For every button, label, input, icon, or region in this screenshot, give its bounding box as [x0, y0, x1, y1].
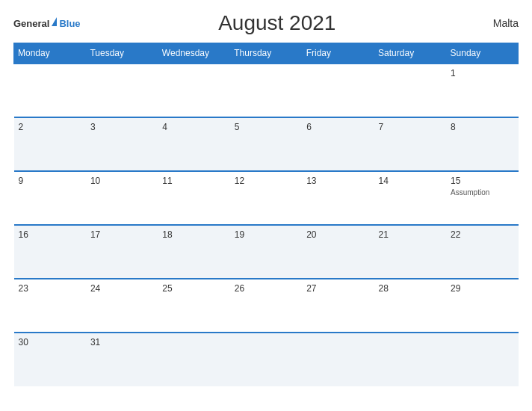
calendar-container: General Blue August 2021 Malta Monday Tu… [0, 0, 532, 411]
table-row [446, 333, 518, 386]
day-number: 24 [90, 283, 153, 294]
weekday-saturday: Saturday [374, 43, 446, 64]
table-row: 1 [446, 64, 518, 117]
table-row: 2 [14, 117, 86, 171]
calendar-table: Monday Tuesday Wednesday Thursday Friday… [13, 43, 519, 386]
day-number: 23 [19, 283, 81, 294]
table-row: 7 [374, 117, 446, 171]
day-number: 30 [19, 337, 81, 347]
table-row [230, 333, 302, 386]
day-number: 8 [451, 122, 513, 132]
table-row [302, 333, 374, 386]
logo: General Blue [13, 18, 81, 29]
day-number: 21 [379, 229, 442, 240]
table-row: 14 [374, 171, 446, 225]
table-row: 30 [14, 333, 86, 386]
day-event: Assumption [451, 188, 513, 197]
logo-blue: Blue [59, 18, 80, 29]
day-number: 6 [306, 122, 369, 132]
table-row: 16 [14, 225, 86, 279]
table-row: 31 [86, 333, 158, 386]
table-row: 29 [446, 279, 518, 333]
day-number: 12 [235, 176, 297, 186]
logo-triangle-icon [52, 17, 57, 26]
day-number: 15 [451, 176, 513, 186]
table-row: 4 [158, 117, 229, 171]
weekday-tuesday: Tuesday [86, 43, 158, 64]
day-number: 31 [90, 337, 153, 347]
calendar-row: 23242526272829 [14, 279, 519, 333]
calendar-row: 16171819202122 [14, 225, 519, 279]
table-row: 21 [374, 225, 446, 279]
table-row: 3 [86, 117, 158, 171]
table-row: 15Assumption [446, 171, 518, 225]
logo-general: General [13, 18, 49, 29]
day-number: 3 [90, 122, 153, 132]
day-number: 28 [379, 283, 442, 294]
weekday-friday: Friday [302, 43, 374, 64]
day-number: 4 [162, 122, 225, 132]
calendar-row: 2345678 [14, 117, 519, 171]
day-number: 11 [162, 176, 225, 186]
day-number: 26 [235, 283, 297, 294]
day-number: 2 [19, 122, 81, 132]
table-row [158, 64, 229, 117]
table-row: 24 [86, 279, 158, 333]
calendar-header: General Blue August 2021 Malta [13, 11, 519, 35]
weekday-monday: Monday [14, 43, 86, 64]
table-row: 6 [302, 117, 374, 171]
table-row: 13 [302, 171, 374, 225]
day-number: 19 [235, 229, 297, 240]
table-row: 11 [158, 171, 229, 225]
day-number: 16 [19, 229, 81, 240]
table-row: 22 [446, 225, 518, 279]
table-row: 10 [86, 171, 158, 225]
day-number: 17 [90, 229, 153, 240]
table-row [302, 64, 374, 117]
weekday-sunday: Sunday [446, 43, 518, 64]
day-number: 5 [235, 122, 297, 132]
day-number: 29 [451, 283, 513, 294]
calendar-row: 1 [14, 64, 519, 117]
day-number: 22 [451, 229, 513, 240]
calendar-row: 9101112131415Assumption [14, 171, 519, 225]
table-row [158, 333, 229, 386]
table-row: 28 [374, 279, 446, 333]
table-row: 20 [302, 225, 374, 279]
country-label: Malta [474, 17, 519, 29]
table-row: 27 [302, 279, 374, 333]
table-row: 19 [230, 225, 302, 279]
table-row [14, 64, 86, 117]
table-row: 8 [446, 117, 518, 171]
day-number: 20 [306, 229, 369, 240]
day-number: 9 [19, 176, 81, 186]
day-number: 7 [379, 122, 442, 132]
weekday-thursday: Thursday [230, 43, 302, 64]
day-number: 10 [90, 176, 153, 186]
calendar-row: 3031 [14, 333, 519, 386]
weekday-header-row: Monday Tuesday Wednesday Thursday Friday… [14, 43, 519, 64]
day-number: 1 [451, 68, 513, 78]
table-row: 26 [230, 279, 302, 333]
table-row: 25 [158, 279, 229, 333]
day-number: 13 [306, 176, 369, 186]
table-row: 17 [86, 225, 158, 279]
table-row [374, 333, 446, 386]
table-row [86, 64, 158, 117]
weekday-wednesday: Wednesday [158, 43, 229, 64]
table-row: 5 [230, 117, 302, 171]
table-row: 12 [230, 171, 302, 225]
table-row [230, 64, 302, 117]
table-row: 18 [158, 225, 229, 279]
day-number: 25 [162, 283, 225, 294]
day-number: 14 [379, 176, 442, 186]
day-number: 27 [306, 283, 369, 294]
table-row [374, 64, 446, 117]
table-row: 23 [14, 279, 86, 333]
day-number: 18 [162, 229, 225, 240]
table-row: 9 [14, 171, 86, 225]
calendar-title: August 2021 [81, 11, 474, 35]
